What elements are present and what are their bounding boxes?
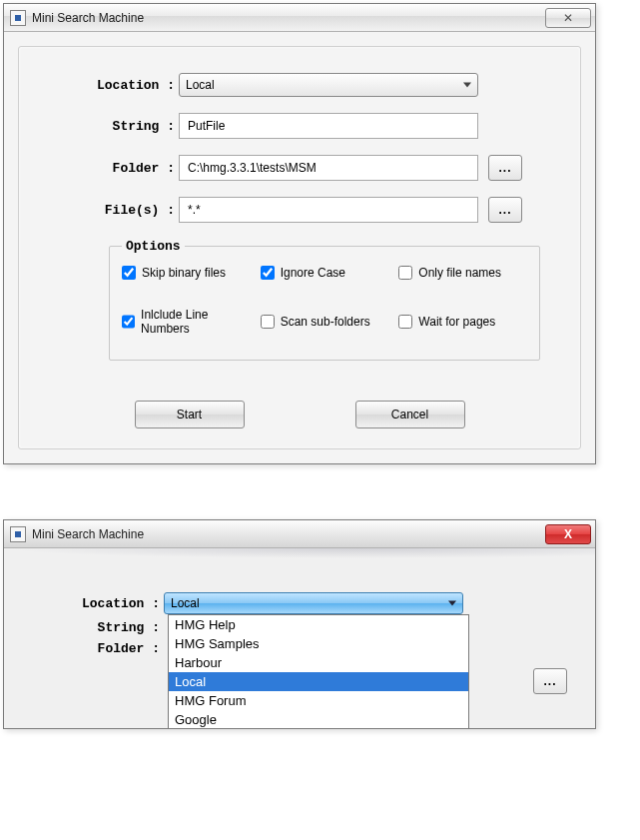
files-input-value: *.* (188, 203, 201, 217)
main-window-1: Mini Search Machine ✕ Location : Local S… (3, 3, 596, 464)
files-label: File(s) : (39, 203, 179, 218)
string-label: String : (24, 620, 164, 635)
checkbox-ignore-case-input[interactable] (261, 266, 275, 280)
checkbox-include-line-numbers-label: Inlclude Line Numbers (141, 308, 253, 336)
location-combo-value: Local (171, 596, 200, 610)
string-label: String : (39, 119, 179, 134)
window-title: Mini Search Machine (32, 11, 144, 25)
string-input-value: PutFile (188, 119, 225, 133)
files-browse-button[interactable]: ... (488, 197, 522, 223)
form-panel: Location : Local String : PutFile Folder… (18, 46, 581, 449)
checkbox-only-filenames-input[interactable] (398, 266, 412, 280)
close-button[interactable]: X (545, 524, 591, 544)
location-combo-open[interactable]: Local (164, 592, 463, 614)
checkbox-wait-for-pages[interactable]: Wait for pages (398, 308, 529, 336)
checkbox-include-line-numbers[interactable]: Inlclude Line Numbers (122, 308, 253, 336)
close-button[interactable]: ✕ (545, 8, 591, 28)
folder-browse-button[interactable]: ... (533, 668, 567, 694)
chevron-down-icon (448, 601, 456, 606)
checkbox-wait-for-pages-input[interactable] (398, 315, 412, 329)
client-area: Location : Local String : PutFile Folder… (4, 32, 595, 463)
dropdown-item[interactable]: Google (169, 710, 468, 729)
checkbox-wait-for-pages-label: Wait for pages (418, 315, 495, 329)
titlebar: Mini Search Machine X (4, 520, 595, 548)
dropdown-item[interactable]: Harbour (169, 653, 468, 672)
dropdown-item[interactable]: HMG Help (169, 615, 468, 634)
dropdown-item[interactable]: Local (169, 672, 468, 691)
checkbox-include-line-numbers-input[interactable] (122, 315, 135, 329)
checkbox-ignore-case-label: Ignore Case (281, 266, 345, 280)
checkbox-only-filenames-label: Only file names (418, 266, 501, 280)
location-dropdown-list[interactable]: HMG HelpHMG SamplesHarbourLocalHMG Forum… (168, 614, 469, 729)
checkbox-ignore-case[interactable]: Ignore Case (261, 266, 391, 280)
form-panel: Location : Local String : Folder : HMG H… (4, 548, 595, 656)
app-icon (10, 10, 26, 26)
app-icon (10, 526, 26, 542)
checkbox-skip-binary-label: Skip binary files (142, 266, 226, 280)
chevron-down-icon (463, 83, 471, 88)
checkbox-scan-subfolders-input[interactable] (261, 315, 275, 329)
checkbox-skip-binary-input[interactable] (122, 266, 136, 280)
folder-label: Folder : (39, 161, 179, 176)
folder-browse-button[interactable]: ... (488, 155, 522, 181)
location-label: Location : (39, 78, 179, 93)
window-title: Mini Search Machine (32, 527, 144, 541)
main-window-2: Mini Search Machine X Location : Local S… (3, 519, 596, 729)
string-input[interactable]: PutFile (179, 113, 478, 139)
start-button[interactable]: Start (135, 401, 245, 428)
folder-input-value: C:\hmg.3.3.1\tests\MSM (188, 161, 317, 175)
checkbox-skip-binary[interactable]: Skip binary files (122, 266, 253, 280)
dropdown-item[interactable]: HMG Forum (169, 691, 468, 710)
location-combo[interactable]: Local (179, 73, 478, 97)
dropdown-item[interactable]: HMG Samples (169, 634, 468, 653)
options-group: Options Skip binary files Ignore Case On… (109, 239, 540, 361)
titlebar: Mini Search Machine ✕ (4, 4, 595, 32)
cancel-button[interactable]: Cancel (355, 401, 465, 428)
checkbox-scan-subfolders[interactable]: Scan sub-folders (261, 308, 391, 336)
location-combo-value: Local (186, 78, 215, 92)
options-legend: Options (122, 239, 185, 254)
folder-input[interactable]: C:\hmg.3.3.1\tests\MSM (179, 155, 478, 181)
checkbox-scan-subfolders-label: Scan sub-folders (281, 315, 370, 329)
checkbox-only-filenames[interactable]: Only file names (398, 266, 529, 280)
location-label: Location : (24, 596, 164, 611)
files-input[interactable]: *.* (179, 197, 478, 223)
folder-label: Folder : (24, 641, 164, 656)
